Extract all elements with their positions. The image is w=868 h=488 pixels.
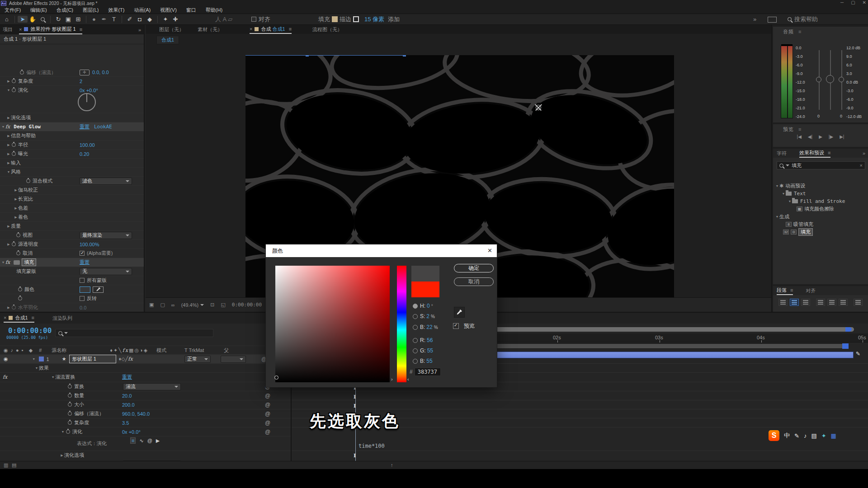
menu-help[interactable]: 帮助(H) [206, 7, 222, 14]
group-row[interactable]: ▼ 风格 [0, 167, 144, 176]
ime-toolbox-icon[interactable]: ▦ [831, 432, 836, 439]
audio-level-slider[interactable] [826, 75, 834, 83]
group-row[interactable]: ▶ 演化选项 [0, 450, 291, 460]
hue-field[interactable]: H:0° [413, 303, 433, 309]
panel-menu-icon[interactable]: ≡ [289, 26, 292, 32]
group-row[interactable]: ▶ 质量 [0, 221, 144, 230]
expression-text[interactable]: time*100 [359, 443, 385, 449]
align-right-button[interactable] [801, 299, 810, 306]
region-of-interest-icon[interactable]: ⊡ [210, 302, 214, 308]
chevron-right-icon[interactable]: ▶ [6, 152, 11, 156]
trkmat-dropdown[interactable] [221, 356, 246, 363]
green-field[interactable]: G:55 [413, 347, 433, 354]
ime-bar[interactable]: S 中 ✎ ♪ ▤ ✦ ▦ [769, 429, 836, 442]
panel-menu-icon[interactable]: ≡ [798, 127, 801, 132]
justify-last-center-button[interactable] [827, 299, 836, 306]
stroke-swatch[interactable] [353, 16, 359, 22]
effect-header-fill[interactable]: ▼ fx 填充 重置 [0, 258, 144, 267]
menu-edit[interactable]: 编辑(E) [30, 7, 47, 14]
group-row[interactable]: ▶ 演化选项 [0, 113, 144, 122]
more-tabs-icon[interactable]: » [138, 27, 141, 33]
cancel-button[interactable]: 取消 [454, 277, 494, 286]
eyedropper-button[interactable] [93, 286, 104, 293]
chevron-down-icon[interactable]: ▼ [51, 375, 55, 379]
pickwhip-icon[interactable]: @ [265, 402, 270, 408]
source-name-column[interactable]: 源名称 [52, 347, 66, 354]
dialog-close-icon[interactable]: ✕ [487, 247, 492, 254]
fill-control[interactable]: 填充 描边 15 像素 添加 [318, 15, 400, 23]
property-row[interactable]: 取消 (Alpha需要) [0, 249, 144, 258]
timeline-search-input[interactable] [55, 329, 213, 337]
reset-link[interactable]: 重置 [122, 374, 132, 380]
dialog-title-bar[interactable]: 颜色 ✕ [266, 244, 497, 257]
ime-mic-icon[interactable]: ♪ [804, 432, 807, 439]
blend-mode-dropdown[interactable]: 滤色 [80, 178, 132, 185]
saturation-field[interactable]: S:2% [413, 313, 435, 319]
stopwatch-icon[interactable] [68, 394, 72, 398]
home-tool-icon[interactable]: ⌂ [2, 16, 12, 23]
ime-lang-icon[interactable]: 中 [784, 432, 790, 440]
comp-breadcrumb-chip[interactable]: 合成1 [156, 36, 179, 44]
stopwatch-icon[interactable] [20, 70, 24, 75]
pickwhip-icon[interactable]: @ [265, 393, 270, 399]
puppet-pin-tool-icon[interactable]: ✚ [170, 16, 180, 23]
tree-item-eyedropper-fill[interactable]: 8 吸管填充 [773, 221, 868, 228]
chevron-down-icon[interactable]: ▼ [781, 192, 786, 195]
roto-brush-tool-icon[interactable]: ✦ [160, 16, 170, 23]
justify-all-button[interactable] [854, 299, 863, 306]
tab-align[interactable]: 对齐 [806, 287, 816, 294]
fill-color-swatch[interactable] [80, 286, 90, 293]
snap-toggle[interactable]: 对齐 [251, 15, 270, 23]
trkmat-column[interactable]: T TrkMat [184, 347, 204, 353]
expand-icon[interactable]: ↑ [391, 462, 393, 468]
chevron-right-icon[interactable]: ▶ [60, 454, 64, 457]
effect-header-row[interactable]: fx ▼ 湍流置换 重置 [0, 372, 291, 381]
chevron-right-icon[interactable]: ▶ [6, 225, 11, 228]
tree-item-preset[interactable]: ▦ 填充颜色擦除 [773, 205, 868, 213]
stamp-tool-icon[interactable]: ◘ [135, 16, 145, 23]
tab-render-queue[interactable]: 渲染队列 [52, 315, 72, 322]
panel-menu-icon[interactable]: ≡ [80, 27, 82, 32]
tab-close-icon[interactable]: × [4, 315, 6, 320]
brush-tool-icon[interactable]: ✐ [125, 16, 135, 23]
tree-item-animation-presets[interactable]: ▼ ✱ 动画预设 [773, 182, 868, 190]
last-frame-icon[interactable]: ▶| [840, 134, 844, 139]
play-icon[interactable]: ▶ [819, 134, 822, 139]
effect-header-deep-glow[interactable]: ▼ fx Deep Glow 重置 LookAE [0, 122, 144, 131]
property-row[interactable]: 置换 湍流 @ [0, 382, 291, 391]
eye-icon[interactable]: ◉ [4, 356, 8, 362]
property-row[interactable]: 反转 [0, 294, 144, 303]
group-row[interactable]: ▶ 伽马校正 [0, 185, 144, 194]
help-search[interactable]: 搜索帮助 [788, 15, 818, 23]
rotate-tool-icon[interactable]: ↻ [53, 16, 63, 23]
chevron-down-icon[interactable]: ▼ [1, 125, 5, 128]
shape-tool-icon[interactable]: ● [89, 16, 99, 23]
chevron-down-icon[interactable]: ▼ [1, 261, 5, 264]
tab-composition[interactable]: × 合成 合成1 ≡ [250, 25, 292, 34]
preview-toggle[interactable]: 预览 [453, 322, 475, 330]
tab-effect-controls[interactable]: × 效果控件 形状图层 1 ≡ [19, 25, 82, 34]
selection-tool-icon[interactable]: ➤ [18, 16, 28, 23]
saturation-brightness-field[interactable] [275, 266, 390, 382]
toolbar-overflow-icon[interactable]: » [753, 16, 756, 23]
align-left-button[interactable] [778, 299, 788, 306]
3d-glasses-icon[interactable]: ∞ [171, 302, 175, 308]
brightness-field[interactable]: B:22% [413, 324, 438, 330]
stopwatch-icon[interactable] [12, 143, 16, 147]
chevron-right-icon[interactable]: ▶ [6, 134, 11, 138]
chevron-right-icon[interactable]: ▶ [14, 216, 18, 219]
selection-edge[interactable] [245, 55, 405, 56]
pan-behind-tool-icon[interactable]: ⊞ [73, 16, 83, 23]
ime-skin-icon[interactable]: ✦ [821, 432, 826, 439]
blend-mode-dropdown[interactable]: 正常 [184, 356, 211, 363]
menu-effect[interactable]: 效果(T) [108, 7, 124, 14]
effects-group-row[interactable]: ▼ 效果 [0, 363, 291, 372]
layer-end-pen-icon[interactable]: ✎ [856, 351, 860, 357]
stopwatch-icon[interactable] [16, 251, 20, 255]
mode-column[interactable]: 模式 [156, 347, 166, 354]
property-row[interactable]: ▶ 源透明度 100.00% [0, 239, 144, 249]
panel-menu-icon[interactable]: ≡ [32, 315, 34, 320]
chevron-right-icon[interactable]: ▶ [6, 161, 11, 165]
layer-color-chip[interactable] [39, 357, 44, 361]
tab-project[interactable]: 项目 [3, 26, 13, 33]
